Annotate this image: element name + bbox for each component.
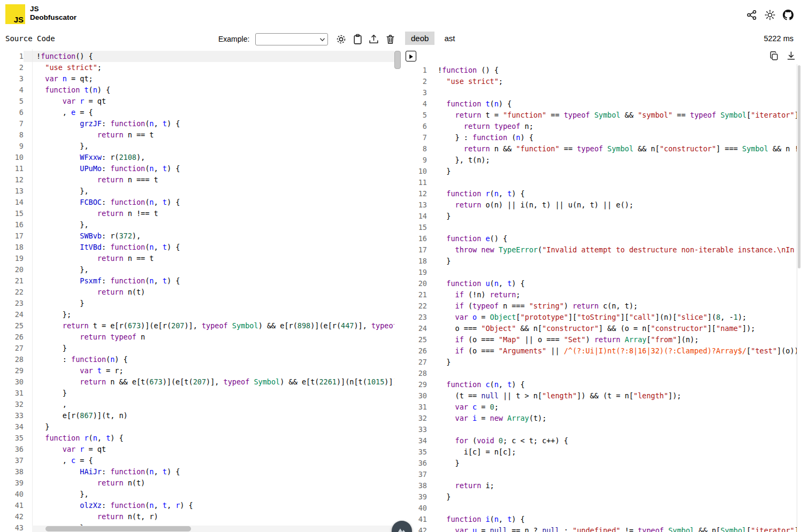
code-line[interactable]: 16 function e() { — [417, 233, 797, 244]
code-line[interactable]: 37 , c = { — [0, 455, 394, 466]
code-line[interactable]: 2 "use strict"; — [0, 62, 394, 73]
code-line[interactable]: 34 for (void 0; c < t; c++) { — [417, 435, 797, 446]
code-line[interactable]: 33 e[r(867)](t, n) — [0, 410, 394, 421]
code-line[interactable]: 15 — [417, 222, 797, 233]
code-line[interactable]: 5 var r = qt — [0, 96, 394, 107]
code-line[interactable]: 36 } — [417, 458, 797, 469]
code-line[interactable]: 28 : function(n) { — [0, 354, 394, 365]
code-line[interactable]: 9 }, — [0, 141, 394, 152]
code-line[interactable]: 22 if (typeof n === "string") return c(n… — [417, 300, 797, 312]
code-line[interactable]: 12 function r(n, t) { — [417, 188, 797, 199]
code-line[interactable]: 3 — [417, 87, 797, 98]
code-line[interactable]: 20 }, — [0, 264, 394, 275]
upload-button[interactable] — [368, 33, 380, 45]
code-line[interactable]: 10 WFxxw: r(2108), — [0, 152, 394, 163]
code-line[interactable]: 41 olzXz: function(n, t, r) { — [0, 500, 394, 511]
code-line[interactable]: 29 var t = r; — [0, 365, 394, 376]
code-line[interactable]: 21 Psxmf: function(n, t) { — [0, 275, 394, 287]
code-line[interactable]: 18 ItVBd: function(n, t) { — [0, 242, 394, 253]
share-icon[interactable] — [746, 10, 757, 20]
code-line[interactable]: 37 — [417, 469, 797, 480]
code-line[interactable]: 18 } — [417, 256, 797, 267]
code-line[interactable]: 23 var o = Object["prototype"]["toString… — [417, 312, 797, 323]
code-line[interactable]: 5 return t = "function" == typeof Symbol… — [417, 110, 797, 121]
code-line[interactable]: 34 } — [0, 421, 394, 433]
code-line[interactable]: 12 return n === t — [0, 174, 394, 186]
code-line[interactable]: 42 return n(t, r) — [0, 511, 394, 522]
code-line[interactable]: 19 return n == t — [0, 253, 394, 264]
code-line[interactable]: 1!function() { — [0, 51, 394, 62]
code-line[interactable]: 9 }, t(n); — [417, 155, 797, 166]
code-line[interactable]: 7 grzJF: function(n, t) { — [0, 118, 394, 129]
code-line[interactable]: 13 }, — [0, 186, 394, 197]
code-line[interactable]: 20 function u(n, t) { — [417, 278, 797, 289]
code-line[interactable]: 36 var r = qt — [0, 444, 394, 455]
code-line[interactable]: 30 return n && e[t(673)](e[t(207)], type… — [0, 376, 394, 388]
code-line[interactable]: 11 — [417, 177, 797, 188]
github-icon[interactable] — [783, 10, 794, 20]
tab-deob[interactable]: deob — [405, 32, 434, 45]
code-line[interactable]: 33 — [417, 424, 797, 435]
code-line[interactable]: 26 if (o === "Arguments" || /^(?:Ui|I)nt… — [417, 345, 797, 357]
code-line[interactable]: 8 return n && "function" == typeof Symbo… — [417, 143, 797, 155]
code-line[interactable]: 23 } — [0, 298, 394, 309]
code-line[interactable]: 4 function t(n) { — [0, 84, 394, 96]
code-line[interactable]: 40 — [417, 503, 797, 514]
source-vertical-scrollbar-thumb[interactable] — [394, 51, 401, 69]
code-line[interactable]: 25 return t = e[r(673)](e[r(207)], typeo… — [0, 320, 394, 331]
code-line[interactable]: 40 }, — [0, 489, 394, 500]
code-line[interactable]: 31 var c = 0; — [417, 402, 797, 413]
code-line[interactable]: 16 }, — [0, 219, 394, 230]
code-line[interactable]: 6 , e = { — [0, 107, 394, 118]
code-line[interactable]: 39 return n(t) — [0, 477, 394, 489]
settings-button[interactable] — [335, 33, 347, 45]
code-line[interactable]: 29 function c(n, t) { — [417, 379, 797, 390]
code-line[interactable]: 28 — [417, 368, 797, 379]
source-editor[interactable]: 1!function() {2 "use strict";3 var n = q… — [0, 49, 401, 532]
source-vertical-scrollbar[interactable] — [394, 49, 401, 526]
source-horizontal-scrollbar[interactable] — [32, 526, 395, 532]
download-output-icon[interactable] — [786, 51, 796, 61]
code-line[interactable]: 3 var n = qt; — [0, 73, 394, 84]
code-line[interactable]: 24 }; — [0, 309, 394, 320]
code-line[interactable]: 8 return n == t — [0, 129, 394, 141]
code-line[interactable]: 14 } — [417, 211, 797, 222]
code-line[interactable]: 35 i[c] = n[c]; — [417, 446, 797, 458]
code-line[interactable]: 24 o === "Object" && n["constructor"] &&… — [417, 323, 797, 334]
code-line[interactable]: 17 SWBvb: r(372), — [0, 230, 394, 242]
code-line[interactable]: 38 HAiJr: function(n, t) { — [0, 466, 394, 477]
code-line[interactable]: 26 return typeof n — [0, 331, 394, 343]
code-line[interactable]: 4 function t(n) { — [417, 98, 797, 110]
code-line[interactable]: 14 FCBOC: function(n, t) { — [0, 197, 394, 208]
code-line[interactable]: 41 function i(n, t) { — [417, 514, 797, 525]
output-vertical-scrollbar-thumb[interactable] — [798, 65, 800, 268]
output-code-lines[interactable]: 1!function () {2 "use strict";34 functio… — [417, 65, 797, 532]
code-line[interactable]: 30 (t == null || t > n["length"]) && (t … — [417, 390, 797, 402]
copy-output-icon[interactable] — [769, 51, 779, 61]
output-vertical-scrollbar[interactable] — [797, 64, 801, 532]
code-line[interactable]: 32 var i = new Array(t); — [417, 413, 797, 424]
code-line[interactable]: 19 — [417, 267, 797, 278]
code-line[interactable]: 27 } — [0, 343, 394, 354]
code-line[interactable]: 31 } — [0, 388, 394, 399]
example-select[interactable] — [255, 33, 328, 45]
code-line[interactable]: 2 "use strict"; — [417, 76, 797, 87]
output-editor[interactable]: 1!function () {2 "use strict";34 functio… — [417, 49, 801, 532]
tab-ast[interactable]: ast — [438, 32, 461, 45]
code-line[interactable]: 39 } — [417, 491, 797, 503]
code-line[interactable]: 35 function r(n, t) { — [0, 433, 394, 444]
code-line[interactable]: 25 if (o === "Map" || o === "Set") retur… — [417, 334, 797, 345]
code-line[interactable]: 11 UPuMo: function(n, t) { — [0, 163, 394, 174]
delete-trash-button[interactable] — [385, 33, 396, 45]
code-line[interactable]: 6 return typeof n; — [417, 121, 797, 132]
code-line[interactable]: 22 return n(t) — [0, 287, 394, 298]
theme-toggle-sun-icon[interactable] — [765, 10, 775, 20]
code-line[interactable]: 1!function () { — [417, 65, 797, 76]
code-line[interactable]: 27 } — [417, 357, 797, 368]
code-line[interactable]: 38 return i; — [417, 480, 797, 491]
code-line[interactable]: 42 var u = null == n ? null : "undefined… — [417, 525, 797, 532]
code-line[interactable]: 13 return o(n) || i(n, t) || u(n, t) || … — [417, 199, 797, 211]
code-line[interactable]: 7 } : function (n) { — [417, 132, 797, 143]
source-horizontal-scrollbar-thumb[interactable] — [45, 526, 191, 531]
run-deobfuscate-button[interactable] — [406, 51, 416, 61]
